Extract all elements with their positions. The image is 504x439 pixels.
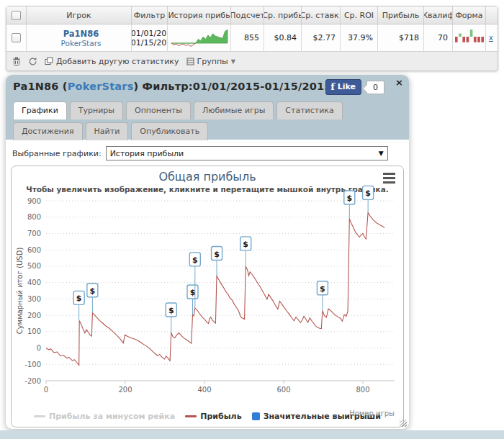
svg-text:$: $ [214, 250, 220, 259]
sparkline-cell [168, 24, 231, 51]
svg-text:400: 400 [197, 386, 211, 394]
facebook-like-button[interactable]: f Like [325, 79, 361, 95]
col-empty [486, 6, 496, 24]
remove-row-link[interactable]: x [489, 34, 493, 42]
player-cell: Pa1N86 PokerStars [27, 24, 132, 51]
svg-text:800: 800 [27, 213, 41, 221]
svg-text:700: 700 [27, 230, 41, 237]
facebook-like-widget: f Like 0 [325, 80, 384, 94]
svg-text:600: 600 [276, 386, 290, 394]
col-profit[interactable]: Прибыль [378, 6, 424, 24]
x-axis-title: Номер игры [349, 409, 395, 417]
refresh-button[interactable] [28, 57, 37, 66]
stats-grid: Игрок Фильтр История прибь Подсчет Ср. п… [6, 6, 498, 71]
avg-roi-value: 37.9% [341, 24, 378, 51]
legend-square-icon [252, 412, 260, 420]
table-row: Pa1N86 PokerStars 01/01/20 01/15/20 855 … [6, 24, 498, 52]
col-filter[interactable]: Фильтр [132, 6, 168, 24]
col-avg-stake[interactable]: Ср. ставк: [302, 6, 341, 24]
chart-plot-area[interactable]: -200-10001002003004005006007008009000200… [13, 195, 400, 405]
like-label: Like [338, 82, 356, 91]
svg-text:$: $ [320, 284, 325, 294]
svg-text:Суммарный итог (USD): Суммарный итог (USD) [16, 248, 24, 335]
tab-3[interactable]: Оппоненты [126, 101, 191, 119]
col-player[interactable]: Игрок [27, 6, 132, 24]
tab-bar: ГрафикиТурнирыОппонентыЛюбимые игрыСтати… [13, 99, 373, 140]
panel-header: Pa1N86 (PokerStars) Фильтр:01/01/2015-01… [6, 75, 409, 140]
svg-text:$: $ [168, 306, 174, 315]
svg-text:400: 400 [27, 279, 41, 286]
col-profit-history[interactable]: История прибь [168, 6, 231, 24]
filter-cell: 01/01/20 01/15/20 [132, 24, 168, 51]
profit-chart: Общая прибыль Чтобы увеличить изображени… [11, 166, 404, 427]
svg-text:800: 800 [356, 386, 369, 394]
legend-line-icon [34, 415, 45, 417]
form-cell [453, 24, 486, 51]
panel-title-site-link[interactable]: PokerStars [68, 81, 134, 92]
like-count-badge: 0 [366, 81, 384, 94]
avg-stake-value: $2.77 [302, 24, 341, 51]
profit-value: $718 [378, 24, 424, 51]
form-bars-chart [454, 29, 485, 47]
tab-8[interactable]: Опубликовать [131, 122, 208, 140]
legend-line-icon [185, 415, 197, 417]
player-link[interactable]: Pa1N86 [63, 29, 99, 39]
svg-text:$: $ [76, 294, 82, 303]
panel-body: Выбранные графики: История прибыли ▼ Общ… [6, 140, 409, 433]
tab-1[interactable]: Графики [13, 101, 67, 119]
avg-profit-value: $0.84 [264, 24, 302, 51]
trash-icon [12, 57, 21, 66]
legend-label: Прибыль [200, 412, 241, 421]
add-stat-label: Добавить другую статистику [56, 57, 179, 66]
svg-text:$: $ [243, 240, 248, 249]
svg-text:$: $ [346, 194, 352, 203]
col-avg-profit[interactable]: Ср. прибь [264, 6, 302, 24]
close-icon[interactable]: × [395, 78, 403, 87]
panel-resize-handle[interactable] [400, 420, 407, 427]
chart-title: Общая прибыль [12, 170, 403, 184]
chart-selector-row: Выбранные графики: История прибыли ▼ [11, 145, 404, 166]
chevron-down-icon: ▼ [379, 150, 384, 157]
remove-cell: x [486, 24, 496, 51]
groups-caret-icon: ▼ [231, 58, 235, 65]
legend-item-2[interactable]: Прибыль [185, 412, 241, 421]
row-checkbox[interactable] [12, 33, 21, 42]
col-count[interactable]: Подсчет [231, 6, 264, 24]
svg-text:200: 200 [27, 312, 41, 320]
svg-text:200: 200 [118, 386, 132, 394]
filter-from: 01/01/20 [132, 29, 166, 38]
svg-text:-200: -200 [24, 377, 41, 385]
col-qualified[interactable]: Квалиф [424, 6, 453, 24]
grid-toolbar: Добавить другую статистику Группы ▼ [6, 52, 498, 71]
svg-text:$: $ [90, 286, 96, 296]
row-checkbox-cell [6, 24, 27, 51]
groups-button[interactable]: Группы ▼ [186, 57, 235, 66]
col-form[interactable]: Форма [453, 6, 486, 24]
legend-item-1[interactable]: Прибыль за минусом рейка [34, 412, 175, 421]
tab-5[interactable]: Статистика [276, 101, 342, 119]
tab-6[interactable]: Достижения [13, 122, 83, 140]
chart-select[interactable]: История прибыли ▼ [106, 146, 388, 160]
col-avg-roi[interactable]: Ср. ROI [341, 6, 378, 24]
svg-text:-100: -100 [24, 361, 41, 368]
count-value: 855 [231, 24, 264, 51]
chart-context-menu-button[interactable] [383, 173, 395, 186]
tab-4[interactable]: Любимые игры [194, 101, 274, 119]
add-stat-button[interactable]: Добавить другую статистику [45, 57, 179, 66]
app-window: Игрок Фильтр История прибь Подсчет Ср. п… [0, 0, 504, 439]
site-link[interactable]: PokerStars [61, 39, 102, 47]
filter-to: 01/15/20 [132, 38, 166, 47]
facebook-icon: f [330, 81, 335, 92]
svg-text:0: 0 [37, 344, 41, 352]
svg-text:600: 600 [27, 246, 41, 254]
legend-label: Прибыль за минусом рейка [49, 412, 175, 421]
chart-select-value: История прибыли [110, 149, 184, 158]
tab-2[interactable]: Турниры [70, 101, 123, 119]
select-all-checkbox[interactable] [12, 11, 21, 20]
svg-text:$: $ [190, 288, 196, 297]
tab-7[interactable]: Найти [86, 122, 129, 140]
svg-text:$: $ [365, 189, 371, 198]
stats-grid-header: Игрок Фильтр История прибь Подсчет Ср. п… [6, 6, 498, 24]
delete-button[interactable] [12, 57, 21, 66]
svg-text:100: 100 [27, 327, 41, 335]
